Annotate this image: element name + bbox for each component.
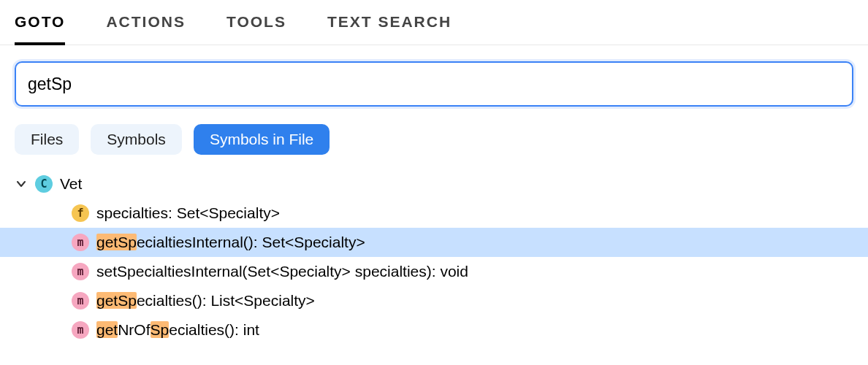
- tab-text-search[interactable]: TEXT SEARCH: [327, 13, 452, 45]
- tree-child-row[interactable]: m getSpecialties(): List<Specialty>: [0, 286, 868, 315]
- symbol-label: getSpecialties(): List<Specialty>: [96, 292, 315, 310]
- tab-goto[interactable]: GOTO: [15, 13, 65, 45]
- tree-root-row[interactable]: C Vet: [0, 169, 868, 199]
- tree-child-row[interactable]: m getSpecialtiesInternal(): Set<Specialt…: [0, 228, 868, 257]
- method-icon: m: [72, 292, 89, 310]
- tree-child-row[interactable]: m setSpecialtiesInternal(Set<Specialty> …: [0, 257, 868, 286]
- symbol-label: Vet: [60, 175, 82, 193]
- filter-files[interactable]: Files: [15, 124, 79, 155]
- method-icon: m: [72, 263, 89, 280]
- tab-actions[interactable]: ACTIONS: [106, 13, 186, 45]
- symbol-label: setSpecialtiesInternal(Set<Specialty> sp…: [96, 263, 468, 280]
- tree-child-row[interactable]: m getNrOfSpecialties(): int: [0, 315, 868, 345]
- symbol-label: specialties: Set<Specialty>: [96, 204, 280, 222]
- class-icon: C: [35, 175, 53, 193]
- filter-symbols[interactable]: Symbols: [91, 124, 182, 155]
- filter-bar: Files Symbols Symbols in File: [0, 107, 868, 162]
- tab-bar: GOTO ACTIONS TOOLS TEXT SEARCH: [0, 0, 868, 45]
- method-icon: m: [72, 234, 89, 251]
- results-tree: C Vet f specialties: Set<Specialty> m ge…: [0, 162, 868, 345]
- method-icon: m: [72, 321, 89, 339]
- filter-symbols-in-file[interactable]: Symbols in File: [194, 124, 330, 155]
- symbol-label: getSpecialtiesInternal(): Set<Specialty>: [96, 234, 365, 251]
- search-container: [0, 45, 868, 107]
- chevron-down-icon[interactable]: [15, 177, 28, 191]
- field-icon: f: [72, 204, 89, 222]
- tab-tools[interactable]: TOOLS: [226, 13, 286, 45]
- tree-child-row[interactable]: f specialties: Set<Specialty>: [0, 199, 868, 228]
- symbol-label: getNrOfSpecialties(): int: [96, 321, 259, 339]
- search-input[interactable]: [15, 61, 853, 107]
